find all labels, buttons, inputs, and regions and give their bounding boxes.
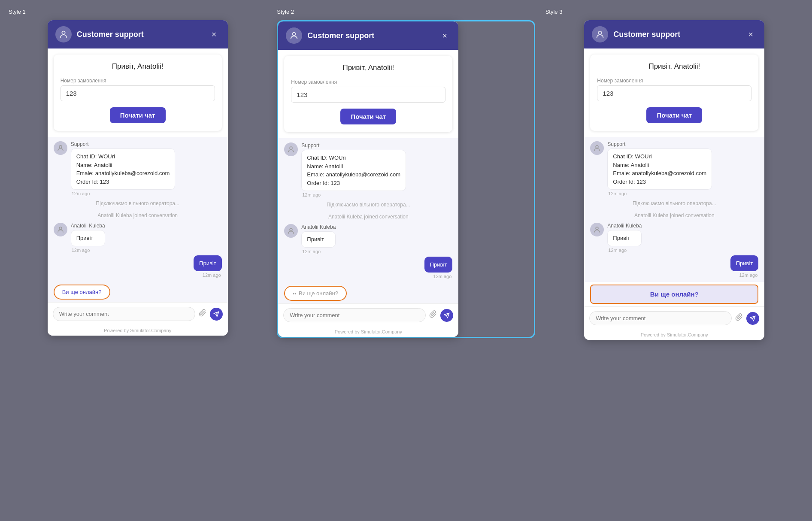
attach-icon[interactable] [429,310,437,320]
message-row: Anatolii KulebaПривіт12m ago [284,224,452,254]
message-avatar [590,141,604,155]
message-sender: Anatolii Kuleba [71,223,105,229]
widget-header: Customer support× [278,21,458,50]
message-avatar [590,223,604,236]
chat-area: SupportChat ID: WOUri Name: Anatolii Ema… [278,138,458,283]
close-icon[interactable]: × [745,28,757,40]
powered-by: Powered by Simulator.Company [278,327,458,337]
widget-3: Customer support×Привіт, Anatolii!Номер … [584,20,764,340]
order-number-input[interactable] [291,87,445,103]
style-label-1: Style 1 [9,9,26,15]
quick-reply-label: Ви ще онлайн? [62,289,102,295]
welcome-greeting: Привіт, Anatolii! [61,62,215,71]
header-title: Customer support [613,30,739,39]
welcome-greeting: Привіт, Anatolii! [291,64,445,72]
style-label-2: Style 2 [277,9,294,15]
message-bubble: Привіт [607,230,642,246]
styles-row: Style 1Customer support×Привіт, Anatolii… [9,9,803,340]
welcome-card: Привіт, Anatolii!Номер замовленняПочати … [590,55,758,131]
message-time: 12m ago [607,248,642,253]
widget-header: Customer support× [584,20,764,48]
svg-point-5 [293,33,296,36]
widget-2: Customer support×Привіт, Anatolii!Номер … [278,21,458,337]
message-time: 12m ago [71,248,105,253]
message-row: SupportChat ID: WOUri Name: Anatolii Ema… [54,141,222,196]
quick-reply-container: ••Ви ще онлайн? [278,283,458,303]
welcome-greeting: Привіт, Anatolii! [597,62,751,71]
message-content: SupportChat ID: WOUri Name: Anatolii Ema… [607,141,712,196]
comment-input[interactable] [283,308,426,322]
message-sender: Anatolii Kuleba [301,224,336,230]
message-time-outgoing: 12m ago [730,273,759,278]
message-content-outgoing: Привіт12m ago [424,257,453,279]
powered-by: Powered by Simulator.Company [48,325,228,336]
message-sender: Anatolii Kuleba [607,223,642,229]
message-time-outgoing: 12m ago [424,274,453,279]
order-number-input[interactable] [61,85,215,101]
svg-point-0 [62,31,65,34]
input-row [278,303,458,327]
close-icon[interactable]: × [439,30,451,42]
start-chat-button[interactable]: Почати чат [646,107,702,123]
comment-input[interactable] [589,311,732,325]
quick-reply-label: Ви ще онлайн? [299,290,338,297]
message-avatar [54,223,67,236]
header-avatar [286,27,302,44]
welcome-card: Привіт, Anatolii!Номер замовленняПочати … [54,55,222,131]
start-chat-button[interactable]: Почати чат [110,107,166,123]
quick-reply-container: Ви ще онлайн? [48,282,228,302]
quick-reply-button[interactable]: Ви ще онлайн? [54,285,110,300]
svg-point-1 [59,145,62,148]
close-icon[interactable]: × [208,28,220,40]
send-button[interactable] [746,312,759,325]
message-sender: Support [301,142,406,148]
message-bubble: Chat ID: WOUri Name: Anatolii Emale: ana… [71,148,176,190]
svg-point-2 [59,227,62,230]
message-bubble-outgoing: Привіт [730,255,759,272]
message-row: SupportChat ID: WOUri Name: Anatolii Ema… [590,141,758,196]
send-button[interactable] [210,308,223,321]
powered-by: Powered by Simulator.Company [584,330,764,340]
header-title: Customer support [307,31,433,40]
message-bubble: Привіт [301,231,336,248]
quick-reply-button[interactable]: Ви ще онлайн? [590,285,758,304]
message-row-outgoing: Привіт12m ago [54,255,222,278]
message-content: Anatolii KulebaПривіт12m ago [71,223,105,253]
message-avatar [284,224,298,238]
svg-point-11 [596,145,598,148]
svg-point-6 [290,147,292,149]
input-row [584,306,764,330]
message-row-outgoing: Привіт12m ago [284,257,452,279]
style-col-1: Style 1Customer support×Привіт, Anatolii… [9,9,267,336]
message-content: SupportChat ID: WOUri Name: Anatolii Ema… [301,142,406,197]
message-row-outgoing: Привіт12m ago [590,255,758,278]
welcome-card: Привіт, Anatolii!Номер замовленняПочати … [284,56,452,132]
message-sender: Support [71,141,176,147]
message-bubble: Chat ID: WOUri Name: Anatolii Emale: ana… [301,150,406,191]
system-message: Anatolii Kuleba joined conversation [284,212,452,221]
message-content: Anatolii KulebaПривіт12m ago [607,223,642,253]
header-avatar [55,26,72,42]
message-content-outgoing: Привіт12m ago [194,255,222,278]
message-avatar [54,141,67,155]
order-number-input[interactable] [597,85,751,101]
chat-area: SupportChat ID: WOUri Name: Anatolii Ema… [48,137,228,282]
input-row [48,302,228,325]
start-chat-button[interactable]: Почати чат [340,109,396,124]
attach-icon[interactable] [735,313,743,323]
message-time-outgoing: 12m ago [194,273,222,278]
send-button[interactable] [440,309,453,322]
widget-1: Customer support×Привіт, Anatolii!Номер … [48,20,228,336]
attach-icon[interactable] [199,309,206,319]
quick-reply-button[interactable]: ••Ви ще онлайн? [284,286,347,301]
message-row: Anatolii KulebaПривіт12m ago [590,223,758,253]
message-bubble: Chat ID: WOUri Name: Anatolii Emale: ana… [607,148,712,190]
widget-header: Customer support× [48,20,228,48]
message-time: 12m ago [301,249,336,254]
message-bubble: Привіт [71,230,105,246]
message-content: Anatolii KulebaПривіт12m ago [301,224,336,254]
order-field-label: Номер замовлення [291,79,445,85]
comment-input[interactable] [53,307,195,321]
system-message: Підключаємо вільного оператора... [284,200,452,209]
style-col-3: Style 3Customer support×Привіт, Anatolii… [545,9,803,340]
